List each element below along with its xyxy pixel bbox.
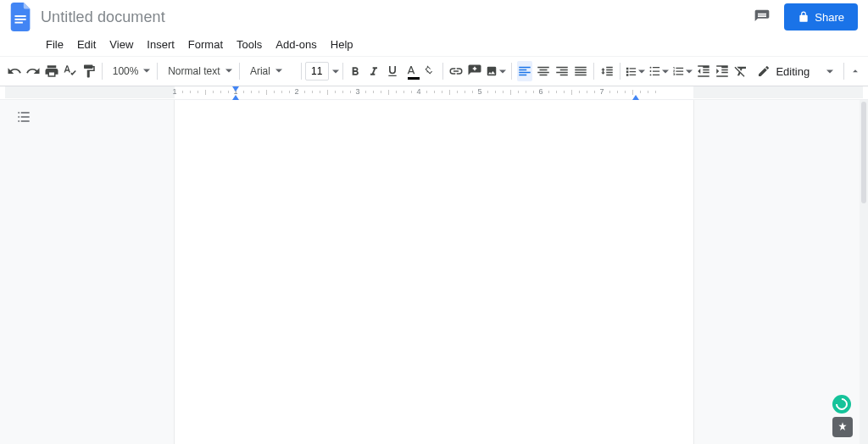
decrease-indent-button[interactable] xyxy=(696,61,711,81)
menu-file[interactable]: File xyxy=(40,36,70,53)
align-center-button[interactable] xyxy=(536,61,551,81)
vertical-scrollbar[interactable] xyxy=(860,100,868,444)
caret-down-icon xyxy=(686,65,693,78)
menu-insert[interactable]: Insert xyxy=(141,36,181,53)
share-label: Share xyxy=(815,11,844,24)
menu-view[interactable]: View xyxy=(103,36,139,53)
highlight-button[interactable] xyxy=(422,61,437,81)
text-color-button[interactable] xyxy=(403,61,419,81)
collapse-toolbar-button[interactable] xyxy=(848,61,863,81)
share-button[interactable]: Share xyxy=(784,3,858,31)
font-value: Arial xyxy=(250,65,270,77)
align-justify-button[interactable] xyxy=(573,61,588,81)
redo-button[interactable] xyxy=(25,61,41,81)
font-size-input[interactable] xyxy=(305,62,329,80)
menu-format[interactable]: Format xyxy=(182,36,229,53)
explore-button[interactable] xyxy=(832,417,853,437)
spellcheck-button[interactable] xyxy=(63,61,78,81)
caret-down-icon xyxy=(225,65,232,77)
line-spacing-button[interactable] xyxy=(599,61,615,81)
svg-rect-0 xyxy=(14,15,25,17)
zoom-select[interactable]: 100% xyxy=(106,61,154,81)
menu-help[interactable]: Help xyxy=(325,36,359,53)
insert-link-button[interactable] xyxy=(448,61,464,81)
ruler[interactable]: 11234567 xyxy=(0,86,868,100)
menubar: File Edit View Insert Format Tools Add-o… xyxy=(0,34,868,54)
text-color-swatch xyxy=(408,77,420,80)
caret-down-icon xyxy=(826,65,833,78)
svg-rect-2 xyxy=(14,22,22,24)
document-title[interactable]: Untitled document xyxy=(41,8,165,26)
insert-image-button[interactable] xyxy=(486,61,506,81)
clear-formatting-button[interactable] xyxy=(733,61,748,81)
menu-addons[interactable]: Add-ons xyxy=(270,36,322,53)
svg-rect-1 xyxy=(14,19,25,20)
first-line-indent-marker[interactable] xyxy=(232,86,239,92)
insert-comment-button[interactable] xyxy=(467,61,482,81)
undo-button[interactable] xyxy=(7,61,22,81)
align-left-button[interactable] xyxy=(517,61,532,81)
underline-button[interactable] xyxy=(385,61,400,81)
print-button[interactable] xyxy=(44,61,59,81)
caret-down-icon xyxy=(275,65,282,77)
comment-history-button[interactable] xyxy=(748,3,776,31)
caret-down-icon xyxy=(638,65,645,78)
paragraph-style-value: Normal text xyxy=(168,65,220,77)
increase-indent-button[interactable] xyxy=(715,61,730,81)
caret-down-icon xyxy=(143,65,150,77)
checklist-button[interactable] xyxy=(625,61,645,81)
numbered-list-button[interactable] xyxy=(672,61,693,81)
menu-tools[interactable]: Tools xyxy=(231,36,268,53)
zoom-value: 100% xyxy=(113,65,139,77)
scrollbar-thumb[interactable] xyxy=(861,102,866,203)
caret-down-icon xyxy=(499,65,506,78)
document-canvas[interactable] xyxy=(0,100,868,444)
caret-down-icon xyxy=(662,65,669,78)
header: Untitled document Share xyxy=(0,0,868,34)
italic-button[interactable] xyxy=(366,61,381,81)
toolbar: 100% Normal text Arial Editing xyxy=(0,56,868,86)
document-page[interactable] xyxy=(175,100,693,444)
paragraph-style-select[interactable]: Normal text xyxy=(161,61,236,81)
pencil-icon xyxy=(757,64,771,78)
docs-logo[interactable] xyxy=(10,3,32,31)
bulleted-list-button[interactable] xyxy=(648,61,669,81)
lock-icon xyxy=(798,11,810,23)
bold-button[interactable] xyxy=(348,61,363,81)
menu-edit[interactable]: Edit xyxy=(71,36,102,53)
editing-mode-label: Editing xyxy=(776,65,810,78)
font-size-control[interactable] xyxy=(305,62,339,80)
grammarly-badge[interactable] xyxy=(832,395,851,413)
show-outline-button[interactable] xyxy=(14,107,34,127)
caret-down-icon xyxy=(332,65,339,78)
font-select[interactable]: Arial xyxy=(243,61,298,81)
align-right-button[interactable] xyxy=(554,61,570,81)
paint-format-button[interactable] xyxy=(81,61,97,81)
editing-mode-button[interactable]: Editing xyxy=(750,59,840,83)
